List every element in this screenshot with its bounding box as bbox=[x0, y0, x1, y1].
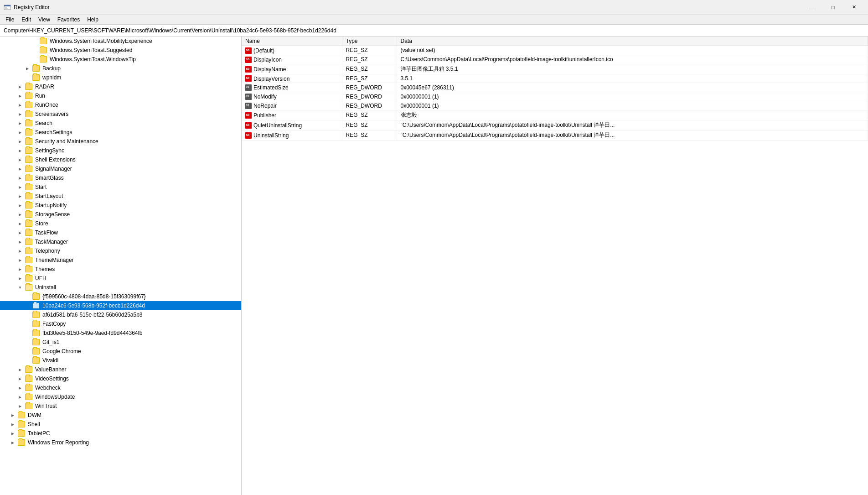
expand-icon[interactable]: ▶ bbox=[16, 156, 24, 163]
expand-icon[interactable]: ▶ bbox=[16, 384, 24, 391]
tree-item[interactable]: ▶RADAR bbox=[0, 82, 241, 91]
expand-icon[interactable]: ▶ bbox=[16, 83, 24, 90]
tree-item[interactable]: ▶SignalManager bbox=[0, 164, 241, 173]
expand-icon[interactable] bbox=[24, 339, 31, 346]
tree-item[interactable]: ▶TaskManager bbox=[0, 237, 241, 246]
tree-item[interactable]: ▶SearchSettings bbox=[0, 128, 241, 137]
expand-icon[interactable]: ▶ bbox=[16, 183, 24, 191]
tree-item[interactable]: Windows.SystemToast.WindowsTip bbox=[0, 55, 241, 64]
tree-item[interactable]: ▶Search bbox=[0, 119, 241, 128]
expand-icon[interactable]: ▶ bbox=[16, 247, 24, 255]
tree-item[interactable]: 10ba24c6-5e93-568b-952f-becb1d226d4d bbox=[0, 301, 241, 310]
tree-item[interactable]: fbd30ee5-8150-549e-9aed-fd9d444364fb bbox=[0, 328, 241, 338]
tree-item[interactable]: ▶Security and Maintenance bbox=[0, 137, 241, 146]
expand-icon[interactable]: ▶ bbox=[16, 138, 24, 145]
expand-icon[interactable] bbox=[24, 293, 31, 300]
tree-item[interactable]: ▶VideoSettings bbox=[0, 374, 241, 383]
expand-icon[interactable] bbox=[24, 302, 31, 309]
expand-icon[interactable]: ▶ bbox=[16, 129, 24, 136]
tree-item[interactable]: ▶Webcheck bbox=[0, 383, 241, 392]
tree-item[interactable]: ▶Shell bbox=[0, 420, 241, 429]
tree-item[interactable]: ▶Shell Extensions bbox=[0, 155, 241, 164]
expand-icon[interactable]: ▶ bbox=[16, 147, 24, 154]
expand-icon[interactable] bbox=[31, 47, 38, 54]
expand-icon[interactable]: ▶ bbox=[16, 275, 24, 282]
tree-item[interactable]: ▶ThemeManager bbox=[0, 255, 241, 265]
maximize-button[interactable]: □ bbox=[822, 0, 843, 15]
expand-icon[interactable]: ▶ bbox=[9, 421, 16, 428]
tree-item[interactable]: {f599560c-4808-4daa-85d8-15f363099f67} bbox=[0, 292, 241, 301]
table-row[interactable]: NoRepairREG_DWORD0x00000001 (1) bbox=[242, 101, 868, 110]
tree-item[interactable]: ▶TaskFlow bbox=[0, 228, 241, 237]
table-row[interactable]: PublisherREG_SZ张志毅 bbox=[242, 110, 868, 120]
tree-item[interactable]: ▶DWM bbox=[0, 411, 241, 420]
expand-icon[interactable]: ▶ bbox=[16, 110, 24, 118]
menu-favorites[interactable]: Favorites bbox=[54, 16, 83, 24]
table-row[interactable]: EstimatedSizeREG_DWORD0x00045e67 (286311… bbox=[242, 83, 868, 92]
tree-item[interactable]: ▶Telephony bbox=[0, 246, 241, 255]
tree-item[interactable]: ▶UFH bbox=[0, 274, 241, 283]
tree-item[interactable]: ▶SettingSync bbox=[0, 146, 241, 155]
expand-icon[interactable]: ▶ bbox=[16, 101, 24, 109]
tree-item[interactable]: Git_is1 bbox=[0, 338, 241, 347]
tree-item[interactable]: Google Chrome bbox=[0, 347, 241, 356]
table-row[interactable]: UninstallStringREG_SZ"C:\Users\Common\Ap… bbox=[242, 130, 868, 140]
col-header-data[interactable]: Data bbox=[397, 36, 868, 46]
expand-icon[interactable] bbox=[24, 348, 31, 355]
expand-icon[interactable]: ▶ bbox=[16, 402, 24, 410]
tree-item[interactable]: ▶SmartGlass bbox=[0, 173, 241, 182]
tree-item[interactable]: ▶Backup bbox=[0, 64, 241, 73]
expand-icon[interactable] bbox=[24, 311, 31, 318]
expand-icon[interactable]: ▶ bbox=[16, 393, 24, 401]
tree-item[interactable]: ▶Start bbox=[0, 182, 241, 192]
expand-icon[interactable]: ▶ bbox=[16, 174, 24, 182]
expand-icon[interactable]: ▶ bbox=[16, 366, 24, 373]
expand-icon[interactable]: ▶ bbox=[16, 165, 24, 172]
expand-icon[interactable]: ▶ bbox=[16, 211, 24, 218]
tree-item[interactable]: Windows.SystemToast.MobilityExperience bbox=[0, 36, 241, 46]
col-header-name[interactable]: Name bbox=[242, 36, 342, 46]
table-row[interactable]: NoModifyREG_DWORD0x00000001 (1) bbox=[242, 92, 868, 101]
expand-icon[interactable]: ▶ bbox=[9, 439, 16, 446]
tree-item[interactable]: ▶ValueBanner bbox=[0, 365, 241, 374]
menu-edit[interactable]: Edit bbox=[18, 16, 35, 24]
tree-item[interactable]: ▶StorageSense bbox=[0, 210, 241, 219]
expand-icon[interactable]: ▶ bbox=[16, 92, 24, 99]
tree-item[interactable]: ▶Themes bbox=[0, 265, 241, 274]
table-row[interactable]: DisplayNameREG_SZ洋芋田图像工具箱 3.5.1 bbox=[242, 64, 868, 74]
expand-icon[interactable] bbox=[24, 74, 31, 81]
expand-icon[interactable]: ▶ bbox=[16, 375, 24, 382]
table-row[interactable]: DisplayIconREG_SZC:\Users\Common\AppData… bbox=[242, 55, 868, 64]
tree-item[interactable]: Windows.SystemToast.Suggested bbox=[0, 46, 241, 55]
tree-item[interactable]: ▶WinTrust bbox=[0, 401, 241, 411]
tree-item[interactable]: ▶StartupNotify bbox=[0, 201, 241, 210]
expand-icon[interactable] bbox=[31, 37, 38, 45]
menu-file[interactable]: File bbox=[2, 16, 18, 24]
expand-icon[interactable]: ▶ bbox=[16, 120, 24, 127]
expand-icon[interactable]: ▶ bbox=[9, 430, 16, 437]
expand-icon[interactable] bbox=[24, 329, 31, 337]
tree-item[interactable]: ▶StartLayout bbox=[0, 192, 241, 201]
expand-icon[interactable]: ▶ bbox=[24, 65, 31, 72]
expand-icon[interactable]: ▶ bbox=[16, 193, 24, 200]
table-row[interactable]: QuietUninstallStringREG_SZ"C:\Users\Comm… bbox=[242, 120, 868, 130]
tree-item[interactable]: wpnidm bbox=[0, 73, 241, 82]
tree-item[interactable]: af61d581-bfa6-515e-bf22-56b60d25a5b3 bbox=[0, 310, 241, 319]
tree-item[interactable]: Vivaldi bbox=[0, 356, 241, 365]
table-row[interactable]: (Default)REG_SZ(value not set) bbox=[242, 46, 868, 55]
collapse-icon[interactable]: ▼ bbox=[16, 284, 24, 291]
expand-icon[interactable] bbox=[24, 357, 31, 364]
tree-panel[interactable]: Windows.SystemToast.MobilityExperience W… bbox=[0, 36, 242, 495]
col-header-type[interactable]: Type bbox=[342, 36, 397, 46]
menu-view[interactable]: View bbox=[35, 16, 54, 24]
menu-help[interactable]: Help bbox=[83, 16, 102, 24]
expand-icon[interactable]: ▶ bbox=[16, 202, 24, 209]
expand-icon[interactable] bbox=[31, 56, 38, 63]
expand-icon[interactable]: ▶ bbox=[16, 238, 24, 245]
tree-item[interactable]: ▶RunOnce bbox=[0, 100, 241, 109]
tree-item[interactable]: FastCopy bbox=[0, 319, 241, 328]
tree-item[interactable]: ▶Windows Error Reporting bbox=[0, 438, 241, 447]
tree-item[interactable]: ▶Run bbox=[0, 91, 241, 100]
minimize-button[interactable]: — bbox=[801, 0, 822, 15]
expand-icon[interactable]: ▶ bbox=[16, 256, 24, 264]
